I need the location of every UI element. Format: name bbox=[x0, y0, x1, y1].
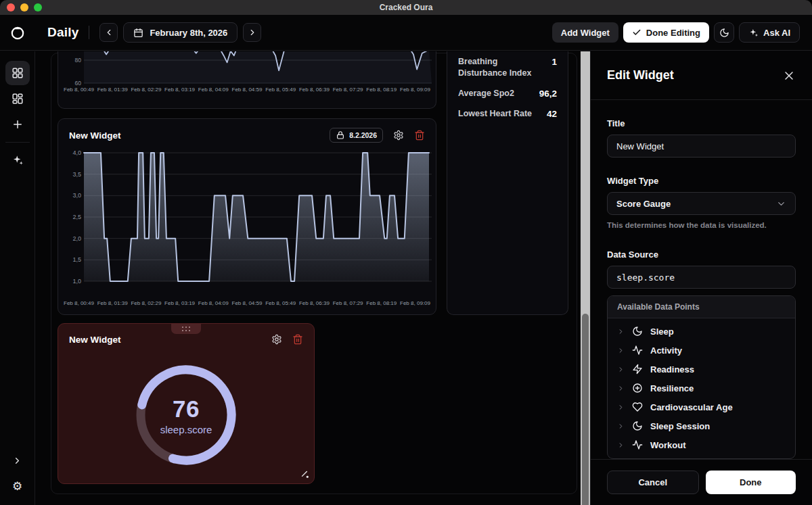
gauge-metric-label: sleep.score bbox=[160, 424, 212, 435]
stat-label: Lowest Heart Rate bbox=[458, 108, 532, 120]
sidebar-item-plus[interactable] bbox=[5, 112, 30, 137]
sidebar-item-layout-dashboard[interactable] bbox=[5, 87, 30, 111]
data-point-item-activity[interactable]: Activity bbox=[608, 341, 795, 360]
oura-logo-icon bbox=[9, 24, 26, 41]
widget-title: New Widget bbox=[69, 130, 120, 141]
stat-label: Average Spo2 bbox=[458, 88, 514, 99]
stat-value: 96,2 bbox=[539, 88, 557, 99]
stats-list: Breathing Disturbance Index1Average Spo2… bbox=[447, 51, 568, 120]
sidebar-collapse-button[interactable] bbox=[5, 448, 30, 473]
sidebar-settings-button[interactable]: ⚙ bbox=[5, 474, 30, 498]
next-day-button[interactable] bbox=[243, 23, 261, 42]
data-point-item-cardiovascular-age[interactable]: Cardiovascular Age bbox=[608, 398, 795, 416]
data-point-item-sleep-session[interactable]: Sleep Session bbox=[608, 416, 795, 435]
stat-row: Lowest Heart Rate42 bbox=[458, 108, 557, 120]
svg-text:3,0: 3,0 bbox=[72, 192, 81, 199]
sparkles-icon bbox=[12, 154, 24, 166]
theme-toggle-button[interactable] bbox=[714, 22, 734, 43]
moon-icon bbox=[632, 420, 643, 431]
sidebar-item-sparkles[interactable] bbox=[5, 148, 30, 172]
circle-plus-icon bbox=[632, 383, 643, 393]
x-tick-label: Feb 8, 07:29 bbox=[333, 87, 363, 93]
cancel-button[interactable]: Cancel bbox=[607, 471, 699, 494]
chevron-down-icon bbox=[776, 199, 786, 209]
widget-delete-button[interactable] bbox=[292, 334, 303, 345]
main-scrollbar-track[interactable] bbox=[581, 51, 590, 505]
data-point-item-resilience[interactable]: Resilience bbox=[608, 379, 795, 398]
x-tick-label: Feb 8, 05:49 bbox=[265, 87, 296, 93]
x-tick-label: Feb 8, 04:59 bbox=[232, 300, 263, 306]
chevron-right-icon bbox=[617, 423, 625, 430]
widget-settings-button[interactable] bbox=[393, 130, 404, 141]
widget-settings-button[interactable] bbox=[271, 334, 282, 345]
sidebar-item-layout-grid[interactable] bbox=[5, 61, 30, 85]
heart-rate-x-axis: Feb 8, 00:49Feb 8, 01:39Feb 8, 02:29Feb … bbox=[64, 87, 430, 93]
sleep-stage-widget[interactable]: New Widget 8.2.2026 4,03,53,02,52,01,51,… bbox=[58, 118, 436, 315]
widget-type-label: Widget Type bbox=[607, 176, 796, 186]
lock-date-label: 8.2.2026 bbox=[349, 131, 377, 139]
x-tick-label: Feb 8, 01:39 bbox=[97, 87, 128, 93]
moon-icon bbox=[632, 326, 643, 337]
prev-day-button[interactable] bbox=[99, 23, 118, 42]
header-divider bbox=[89, 26, 89, 39]
svg-text:3,5: 3,5 bbox=[72, 171, 81, 178]
stat-value: 42 bbox=[547, 108, 557, 120]
activity-icon bbox=[632, 345, 643, 356]
plus-icon bbox=[12, 118, 24, 130]
chevron-right-icon bbox=[617, 385, 625, 392]
score-gauge-widget-selected[interactable]: New Widget 76 sleep.score bbox=[58, 323, 315, 484]
chevron-right-icon bbox=[617, 366, 625, 373]
widget-delete-button[interactable] bbox=[414, 130, 425, 141]
gear-icon: ⚙ bbox=[12, 481, 22, 492]
svg-text:80: 80 bbox=[75, 57, 82, 64]
check-icon bbox=[632, 28, 641, 37]
titlebar: Cracked Oura bbox=[0, 0, 812, 15]
left-sidebar: ⚙ bbox=[0, 51, 35, 505]
data-point-item-sleep[interactable]: Sleep bbox=[608, 322, 795, 341]
layout-dashboard-icon bbox=[12, 93, 24, 105]
sleep-stats-widget[interactable]: Breathing Disturbance Index1Average Spo2… bbox=[447, 51, 568, 315]
ask-ai-button[interactable]: Ask AI bbox=[739, 22, 800, 43]
data-points-header: Available Data Points bbox=[608, 296, 795, 318]
app-window: Cracked Oura Daily February 8th, 2026 Ad… bbox=[0, 0, 812, 505]
close-window-button[interactable] bbox=[7, 3, 15, 11]
chevron-right-icon bbox=[248, 28, 257, 37]
heart-rate-chart: 8060 bbox=[64, 51, 430, 87]
title-input[interactable] bbox=[607, 135, 796, 158]
layout-grid-icon bbox=[12, 67, 24, 79]
data-point-item-readiness[interactable]: Readiness bbox=[608, 360, 795, 379]
widget-type-select[interactable]: Score Gauge bbox=[607, 192, 796, 215]
title-field-label: Title bbox=[607, 118, 796, 128]
date-picker-button[interactable]: February 8th, 2026 bbox=[123, 22, 238, 43]
resize-handle[interactable] bbox=[300, 470, 311, 480]
svg-text:60: 60 bbox=[75, 80, 82, 87]
chevron-left-icon bbox=[104, 28, 114, 37]
app-header: Daily February 8th, 2026 Add Widget Done… bbox=[0, 15, 812, 51]
drag-handle[interactable] bbox=[171, 324, 201, 334]
drag-dots-icon bbox=[181, 326, 191, 332]
lock-icon bbox=[336, 130, 345, 140]
zap-icon bbox=[632, 364, 643, 375]
available-data-points: Available Data Points SleepActivityReadi… bbox=[607, 295, 796, 459]
heart-rate-widget[interactable]: 8060 Feb 8, 00:49Feb 8, 01:39Feb 8, 02:2… bbox=[58, 51, 436, 109]
done-editing-button[interactable]: Done Editing bbox=[623, 22, 709, 43]
gauge-value: 76 bbox=[173, 395, 200, 423]
x-tick-label: Feb 8, 06:39 bbox=[299, 300, 330, 306]
stat-row: Breathing Disturbance Index1 bbox=[458, 56, 557, 79]
data-point-item-workout[interactable]: Workout bbox=[608, 435, 795, 454]
sleep-stage-x-axis: Feb 8, 00:49Feb 8, 01:39Feb 8, 02:29Feb … bbox=[64, 300, 430, 306]
x-tick-label: Feb 8, 04:09 bbox=[198, 87, 229, 93]
svg-text:2,5: 2,5 bbox=[72, 214, 81, 220]
close-panel-button[interactable] bbox=[782, 69, 796, 82]
add-widget-button[interactable]: Add Widget bbox=[552, 22, 618, 43]
done-button[interactable]: Done bbox=[706, 471, 796, 494]
zoom-window-button[interactable] bbox=[34, 3, 42, 11]
minimize-window-button[interactable] bbox=[20, 3, 28, 11]
lock-date-badge[interactable]: 8.2.2026 bbox=[330, 128, 383, 143]
main-scrollbar-thumb[interactable] bbox=[582, 314, 589, 505]
svg-text:1,5: 1,5 bbox=[72, 256, 81, 263]
activity-icon bbox=[632, 439, 643, 450]
data-source-input[interactable] bbox=[607, 266, 796, 289]
window-title: Cracked Oura bbox=[380, 3, 433, 12]
x-tick-label: Feb 8, 04:09 bbox=[198, 300, 229, 306]
